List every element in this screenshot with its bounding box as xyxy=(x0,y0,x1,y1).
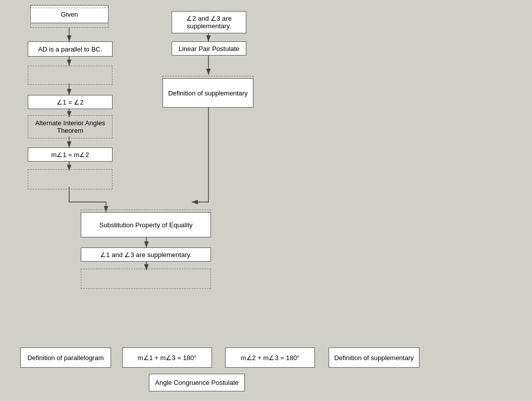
def-supp-top-box: Definition of supplementary xyxy=(163,78,253,108)
alt-interior-dashed-box: Alternate Interior Angles Theorem xyxy=(28,115,113,138)
def-supp-bot-label: Definition of supplementary xyxy=(334,354,414,362)
angle1-3-supp-box: ∠1 and ∠3 are supplementary. xyxy=(81,247,211,262)
m2-m3-180-box: m∠2 + m∠3 = 180° xyxy=(225,347,315,368)
m1-m3-180-label: m∠1 + m∠3 = 180° xyxy=(138,354,197,362)
angle2-3-supp-label: ∠2 and ∠3 are supplementary. xyxy=(186,15,232,30)
def-supp-bot-box: Definition of supplementary xyxy=(329,347,419,368)
angle1-eq2-box: ∠1 = ∠2 xyxy=(28,95,113,109)
m-angle1-eq2-box: m∠1 = m∠2 xyxy=(28,147,113,162)
angle-congruence-box: Angle Congruence Postulate xyxy=(149,374,245,391)
angle1-3-dashed-box xyxy=(81,269,211,289)
angle1-eq2-label: ∠1 = ∠2 xyxy=(57,98,83,106)
subst-box: Substitution Property of Equality xyxy=(81,212,211,237)
m-dashed-box xyxy=(28,169,113,189)
angle-congruence-label: Angle Congruence Postulate xyxy=(155,379,239,386)
m2-m3-180-label: m∠2 + m∠3 = 180° xyxy=(241,354,300,362)
def-supp-top-label: Definition of supplementary xyxy=(168,89,248,97)
subst-label: Substitution Property of Equality xyxy=(99,221,193,229)
m-angle1-eq2-label: m∠1 = m∠2 xyxy=(51,151,89,159)
linear-pair-label: Linear Pair Postulate xyxy=(179,45,240,53)
ad-dashed-box xyxy=(28,66,113,85)
flow-container: Given AD is a parallel to BC. ∠1 = ∠2 Al… xyxy=(0,0,532,401)
angle2-3-supp-box: ∠2 and ∠3 are supplementary. xyxy=(172,11,246,33)
given-dashed-box xyxy=(30,8,109,28)
angle1-3-supp-label: ∠1 and ∠3 are supplementary. xyxy=(100,251,191,259)
def-parallelogram-label: Definition of parallelogram xyxy=(27,354,103,362)
alt-interior-label: Alternate Interior Angles Theorem xyxy=(35,119,105,134)
ad-parallel-label: AD is a parallel to BC. xyxy=(38,45,102,53)
ad-parallel-box: AD is a parallel to BC. xyxy=(28,41,113,57)
linear-pair-box: Linear Pair Postulate xyxy=(172,41,246,56)
m1-m3-180-box: m∠1 + m∠3 = 180° xyxy=(122,347,212,368)
arrows-overlay xyxy=(0,0,532,401)
def-parallelogram-box: Definition of parallelogram xyxy=(20,347,111,368)
